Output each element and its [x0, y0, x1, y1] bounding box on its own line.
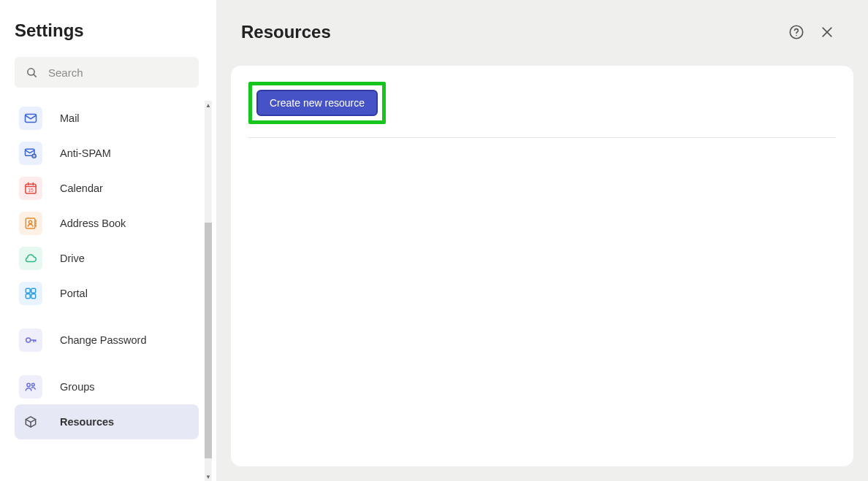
svg-text:15: 15 — [28, 188, 34, 193]
sidebar-item-mail[interactable]: Mail — [15, 101, 199, 136]
sidebar-item-label: Drive — [60, 253, 85, 264]
key-icon — [19, 328, 42, 352]
sidebar-item-label: Anti-SPAM — [60, 147, 111, 159]
svg-rect-15 — [26, 288, 30, 293]
card-divider — [248, 137, 836, 138]
page-title: Resources — [241, 22, 777, 42]
groups-icon — [19, 375, 42, 399]
sidebar-item-anti-spam[interactable]: Anti-SPAM — [15, 136, 199, 171]
scrollbar-down-arrow[interactable]: ▼ — [205, 472, 212, 481]
search-icon — [25, 66, 38, 79]
resources-card: Create new resource — [231, 66, 853, 466]
sidebar-item-resources[interactable]: Resources — [15, 404, 199, 439]
create-resource-button[interactable]: Create new resource — [256, 90, 378, 116]
svg-rect-18 — [31, 294, 36, 299]
portal-icon — [19, 282, 42, 305]
shield-mail-icon — [19, 142, 42, 165]
sidebar-item-label: Change Password — [60, 334, 147, 346]
mail-icon — [19, 107, 42, 130]
search-wrap — [15, 57, 199, 88]
sidebar-item-portal[interactable]: Portal — [15, 276, 199, 311]
sidebar-item-drive[interactable]: Drive — [15, 241, 199, 276]
sidebar-nav: Mail Anti-SPAM 15 Calendar Address Book … — [15, 101, 212, 481]
svg-line-1 — [33, 74, 35, 76]
svg-rect-17 — [26, 294, 30, 299]
svg-point-26 — [796, 35, 797, 36]
close-icon — [820, 25, 834, 39]
sidebar-item-change-password[interactable]: Change Password — [15, 323, 199, 358]
search-input[interactable] — [15, 57, 199, 88]
sidebar-item-label: Portal — [60, 288, 88, 299]
close-button[interactable] — [815, 20, 839, 44]
help-icon — [788, 24, 804, 40]
sidebar-item-address-book[interactable]: Address Book — [15, 206, 199, 241]
svg-point-24 — [32, 383, 35, 386]
sidebar-item-label: Address Book — [60, 218, 126, 229]
create-resource-highlight: Create new resource — [248, 82, 386, 124]
svg-rect-16 — [31, 288, 36, 293]
sidebar-item-calendar[interactable]: 15 Calendar — [15, 171, 199, 206]
settings-sidebar: Settings Mail Anti-SPAM 15 Calendar — [0, 0, 216, 481]
cube-icon — [19, 410, 42, 434]
scrollbar-thumb[interactable] — [205, 223, 212, 458]
sidebar-scrollbar[interactable]: ▲ ▼ — [205, 101, 212, 481]
main-panel: Resources Crea — [216, 0, 868, 481]
scrollbar-up-arrow[interactable]: ▲ — [205, 101, 212, 109]
sidebar-item-label: Mail — [60, 112, 80, 124]
help-button[interactable] — [785, 20, 808, 44]
svg-point-11 — [28, 220, 31, 223]
main-header: Resources — [216, 0, 868, 57]
calendar-icon: 15 — [19, 177, 42, 200]
svg-point-19 — [26, 338, 31, 342]
sidebar-title: Settings — [15, 20, 216, 41]
sidebar-item-groups[interactable]: Groups — [15, 369, 199, 404]
sidebar-item-label: Resources — [60, 416, 114, 428]
cloud-icon — [19, 247, 42, 270]
sidebar-item-label: Groups — [60, 381, 95, 393]
sidebar-item-label: Calendar — [60, 182, 103, 194]
address-book-icon — [19, 212, 42, 235]
svg-point-23 — [27, 383, 30, 386]
